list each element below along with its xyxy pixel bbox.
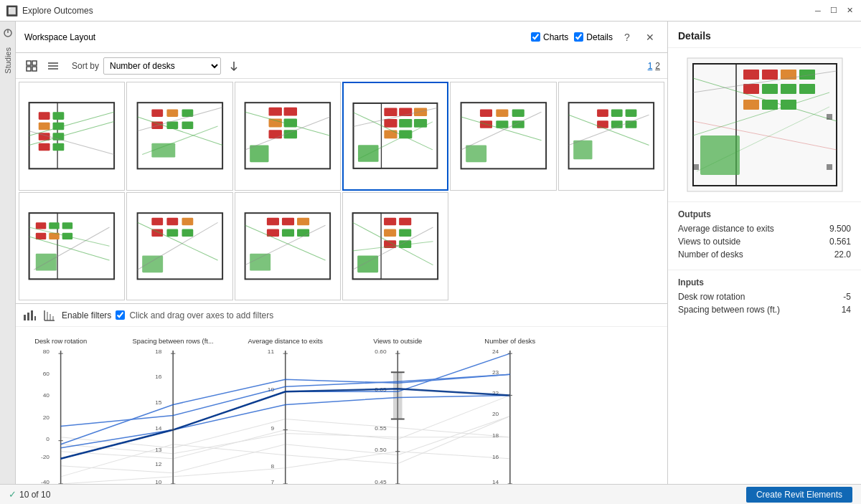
panel-close-button[interactable]: ✕ — [641, 29, 659, 46]
filter-hint: Click and drag over axes to add filters — [129, 310, 273, 320]
svg-rect-39 — [268, 130, 281, 139]
toolbar: Sort by Number of desks Average distance… — [16, 53, 667, 79]
charts-checkbox-group[interactable]: Charts — [531, 32, 568, 42]
page-1[interactable]: 1 — [648, 61, 653, 71]
svg-rect-24 — [151, 110, 163, 118]
app-title: Explore Outcomes — [22, 6, 93, 16]
header-controls: Charts Details ? ✕ — [531, 29, 659, 46]
svg-rect-92 — [166, 218, 178, 226]
outputs-section: Outputs Average distance to exits 9.500 … — [668, 202, 861, 270]
svg-rect-18 — [39, 143, 50, 151]
svg-rect-194 — [762, 70, 778, 80]
svg-text:8: 8 — [270, 463, 274, 470]
close-button[interactable]: ✕ — [844, 5, 855, 16]
svg-text:0.60: 0.60 — [375, 348, 387, 355]
check-icon: ✓ — [9, 489, 17, 500]
sort-direction-button[interactable] — [225, 57, 243, 75]
svg-text:14: 14 — [155, 425, 162, 432]
svg-line-31 — [137, 117, 222, 146]
svg-line-57 — [358, 122, 433, 159]
svg-line-33 — [142, 127, 217, 156]
svg-rect-113 — [399, 218, 411, 226]
svg-rect-210 — [827, 114, 832, 120]
parallel-chart-svg: Desk row rotation Spacing between rows (… — [16, 333, 667, 498]
svg-rect-13 — [53, 113, 65, 120]
grid-cell-8[interactable] — [126, 192, 232, 301]
svg-text:-20: -20 — [41, 454, 50, 460]
grid-area: Enable filters Click and drag over axes … — [16, 79, 667, 504]
svg-rect-60 — [496, 110, 508, 118]
output-name-1: Average distance to exits — [678, 224, 774, 234]
chart-toolbar: Enable filters Click and drag over axes … — [16, 304, 667, 327]
app-icon: 🔲 — [6, 5, 18, 16]
inputs-section: Inputs Desk row rotation -5 Spacing betw… — [668, 270, 861, 325]
svg-rect-198 — [762, 84, 778, 94]
svg-rect-37 — [268, 119, 281, 128]
grid-cell-9[interactable] — [235, 192, 341, 301]
input-name-1: Desk row rotation — [678, 292, 745, 302]
chart-area: Enable filters Click and drag over axes … — [16, 303, 667, 504]
grid-cell-3[interactable] — [235, 82, 341, 191]
chart-axes-btn[interactable] — [42, 308, 57, 323]
bottom-bar: ✓ 10 of 10 Create Revit Elements — [0, 484, 861, 504]
input-value-2: 14 — [842, 305, 851, 315]
svg-rect-14 — [39, 123, 50, 130]
chart-icon-btn[interactable] — [22, 308, 37, 323]
svg-rect-82 — [62, 222, 72, 229]
grid-cell-4[interactable] — [342, 82, 448, 191]
svg-rect-2 — [27, 61, 31, 65]
grid-cell-6[interactable] — [558, 82, 664, 191]
svg-line-66 — [461, 117, 541, 141]
svg-rect-103 — [297, 218, 309, 226]
svg-rect-64 — [512, 121, 524, 129]
app-body: Studies Workspace Layout Charts Details … — [0, 22, 861, 504]
svg-rect-106 — [297, 229, 309, 237]
page-numbers: 1 2 — [648, 61, 660, 71]
sort-label: Sort by — [72, 61, 99, 71]
maximize-button[interactable]: ☐ — [828, 5, 839, 16]
svg-rect-52 — [385, 130, 397, 139]
filter-checkbox[interactable] — [116, 310, 125, 320]
grid-cell-5[interactable] — [450, 82, 556, 191]
output-value-2: 0.561 — [829, 237, 851, 247]
page-2[interactable]: 2 — [655, 61, 660, 71]
svg-rect-19 — [53, 143, 65, 151]
svg-rect-125 — [34, 316, 36, 320]
charts-checkbox[interactable] — [531, 32, 540, 42]
svg-rect-193 — [743, 70, 759, 80]
sort-select[interactable]: Number of desks Average distance to exit… — [103, 57, 221, 75]
svg-rect-48 — [414, 108, 427, 117]
grid-view-button[interactable] — [23, 57, 40, 75]
svg-rect-97 — [142, 255, 163, 272]
grid-cell-2[interactable] — [126, 82, 232, 191]
list-view-button[interactable] — [44, 57, 62, 75]
workspace-grid — [16, 79, 667, 303]
inputs-label: Inputs — [678, 277, 851, 287]
svg-text:Spacing between rows (ft...: Spacing between rows (ft... — [133, 338, 214, 345]
title-bar: 🔲 Explore Outcomes ─ ☐ ✕ — [0, 0, 861, 22]
help-button[interactable]: ? — [618, 29, 636, 46]
svg-rect-204 — [700, 135, 740, 175]
grid-cell-1[interactable] — [19, 82, 125, 191]
header-title: Workspace Layout — [24, 32, 95, 42]
studies-label[interactable]: Studies — [4, 47, 12, 74]
grid-cell-7[interactable] — [19, 192, 125, 301]
svg-rect-50 — [399, 119, 412, 128]
svg-rect-63 — [496, 121, 508, 129]
create-revit-button[interactable]: Create Revit Elements — [746, 487, 852, 503]
preview-svg — [686, 57, 844, 193]
details-checkbox-group[interactable]: Details — [574, 32, 613, 42]
svg-rect-112 — [384, 218, 396, 226]
minimize-button[interactable]: ─ — [812, 5, 824, 16]
sidebar-pin-icon[interactable] — [1, 26, 15, 40]
svg-rect-49 — [385, 119, 397, 128]
input-value-1: -5 — [843, 292, 851, 302]
svg-rect-75 — [573, 141, 592, 159]
svg-rect-72 — [597, 121, 608, 129]
output-row-2: Views to outside 0.561 — [678, 237, 851, 247]
svg-rect-123 — [27, 313, 29, 320]
details-checkbox[interactable] — [574, 32, 583, 42]
svg-line-98 — [137, 222, 217, 260]
grid-cell-10[interactable] — [342, 192, 448, 301]
output-value-3: 22.0 — [834, 249, 851, 260]
